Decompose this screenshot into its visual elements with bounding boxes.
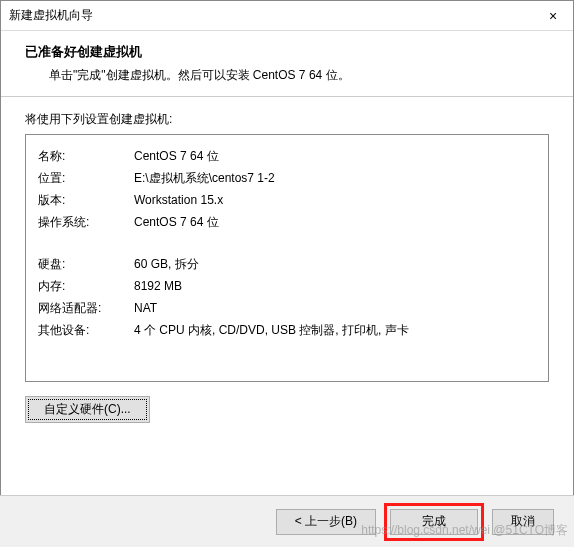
page-title: 已准备好创建虚拟机 <box>25 43 549 61</box>
customize-hardware-button[interactable]: 自定义硬件(C)... <box>25 396 150 423</box>
table-row: 网络适配器: NAT <box>38 297 536 319</box>
setting-value: 8192 MB <box>134 275 536 297</box>
table-row: 名称: CentOS 7 64 位 <box>38 145 536 167</box>
wizard-content: 将使用下列设置创建虚拟机: 名称: CentOS 7 64 位 位置: E:\虚… <box>1 97 573 423</box>
cancel-button[interactable]: 取消 <box>492 509 554 535</box>
setting-value: 4 个 CPU 内核, CD/DVD, USB 控制器, 打印机, 声卡 <box>134 319 536 341</box>
setting-value: Workstation 15.x <box>134 189 536 211</box>
setting-key: 硬盘: <box>38 253 134 275</box>
table-row: 其他设备: 4 个 CPU 内核, CD/DVD, USB 控制器, 打印机, … <box>38 319 536 341</box>
setting-key: 内存: <box>38 275 134 297</box>
settings-summary-box: 名称: CentOS 7 64 位 位置: E:\虚拟机系统\centos7 1… <box>25 134 549 382</box>
setting-key: 版本: <box>38 189 134 211</box>
row-gap <box>38 233 536 253</box>
finish-highlight: 完成 <box>384 503 484 541</box>
close-icon: × <box>549 8 557 24</box>
customize-row: 自定义硬件(C)... <box>25 396 549 423</box>
wizard-header: 已准备好创建虚拟机 单击"完成"创建虚拟机。然后可以安装 CentOS 7 64… <box>1 31 573 97</box>
setting-value: 60 GB, 拆分 <box>134 253 536 275</box>
table-row: 内存: 8192 MB <box>38 275 536 297</box>
setting-value: E:\虚拟机系统\centos7 1-2 <box>134 167 536 189</box>
table-row: 位置: E:\虚拟机系统\centos7 1-2 <box>38 167 536 189</box>
table-row: 操作系统: CentOS 7 64 位 <box>38 211 536 233</box>
close-button[interactable]: × <box>533 1 573 31</box>
table-row: 硬盘: 60 GB, 拆分 <box>38 253 536 275</box>
setting-value: CentOS 7 64 位 <box>134 211 536 233</box>
wizard-footer: < 上一步(B) 完成 取消 <box>0 495 574 547</box>
page-subtitle: 单击"完成"创建虚拟机。然后可以安装 CentOS 7 64 位。 <box>49 67 549 84</box>
back-button[interactable]: < 上一步(B) <box>276 509 376 535</box>
titlebar: 新建虚拟机向导 × <box>1 1 573 31</box>
window-title: 新建虚拟机向导 <box>9 7 93 24</box>
table-row: 版本: Workstation 15.x <box>38 189 536 211</box>
setting-key: 网络适配器: <box>38 297 134 319</box>
finish-button[interactable]: 完成 <box>390 509 478 535</box>
setting-key: 操作系统: <box>38 211 134 233</box>
setting-key: 其他设备: <box>38 319 134 341</box>
setting-key: 位置: <box>38 167 134 189</box>
settings-intro-label: 将使用下列设置创建虚拟机: <box>25 111 549 128</box>
setting-key: 名称: <box>38 145 134 167</box>
setting-value: NAT <box>134 297 536 319</box>
setting-value: CentOS 7 64 位 <box>134 145 536 167</box>
